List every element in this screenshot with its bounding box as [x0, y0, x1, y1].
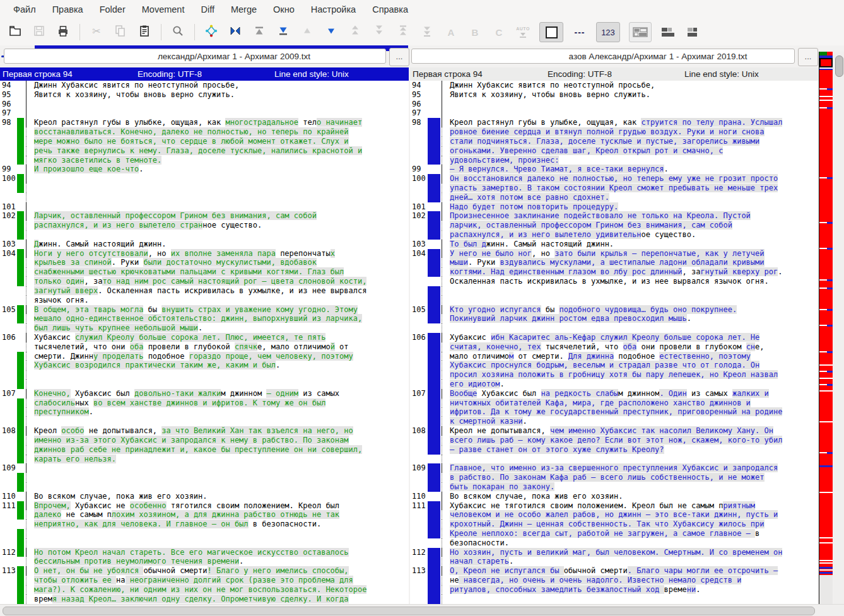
diff-row[interactable]: крохотный. Джинн — ценная собственность.… — [410, 520, 818, 529]
diff-row[interactable]: ровное биение сердца и втянул полной гру… — [410, 127, 818, 137]
diff-row[interactable]: огоньками. Уверенно сделав шаг, Креол от… — [410, 146, 818, 156]
right-text-pane[interactable]: 94Джинн Хубаксис явится по неотступной п… — [410, 81, 818, 604]
diff-row[interactable]: 100 — [0, 174, 409, 183]
previous-difference-button[interactable] — [300, 24, 315, 40]
diff-row[interactable]: мало отличимом от смерти. Для джинна под… — [410, 352, 818, 361]
diff-row[interactable]: Покинувший ларчик джинн ростом едва прев… — [410, 314, 818, 323]
diff-row[interactable]: мере можно было не бояться, что сердце в… — [0, 137, 409, 146]
diff-row[interactable]: 107Конечно, Хубаксис был довольно-таки ж… — [0, 389, 409, 398]
diff-row[interactable] — [0, 183, 409, 193]
diff-row[interactable]: к смертной казни. — [410, 417, 818, 426]
auto-button[interactable]: AUTO — [515, 24, 530, 40]
diff-row[interactable]: 111Хубаксис не тяготился своим положение… — [410, 501, 818, 511]
layout-2-button[interactable] — [660, 24, 676, 40]
ignore-blanks-button[interactable]: --- — [572, 24, 587, 40]
diff-row[interactable] — [0, 482, 409, 492]
diff-row[interactable]: распахнулся, и из него вылетело странное… — [0, 221, 409, 230]
paste-button[interactable] — [137, 24, 152, 40]
auto-merge-button[interactable] — [228, 24, 243, 40]
diff-row[interactable]: 111Впрочем, Хубаксис не особенно тяготил… — [0, 501, 409, 511]
diff-row[interactable]: удовольствием, произнес: — [410, 156, 818, 165]
diff-row[interactable]: безопасности. — [410, 538, 818, 548]
last-difference-button[interactable] — [276, 24, 291, 40]
diff-row[interactable]: 113О, Креол не испугался бы обычной смер… — [410, 566, 818, 576]
vertical-scrollbar[interactable] — [833, 52, 844, 604]
diff-row[interactable]: ларчик, оставленный профессором Грином б… — [410, 221, 818, 230]
layout-1-button[interactable] — [629, 22, 652, 42]
horizontal-scrollbar-thumb[interactable] — [3, 607, 815, 615]
diff-row[interactable] — [0, 417, 409, 426]
diff-row[interactable] — [0, 370, 409, 380]
diff-row[interactable]: 95Явится к хозяину, чтобы вновь верно сл… — [410, 90, 818, 100]
menu-item-3[interactable]: Folder — [93, 2, 132, 17]
diff-row[interactable]: смерти. Джинну проделать подобное горазд… — [0, 352, 409, 361]
diff-row[interactable]: 96 — [410, 100, 818, 109]
diff-row[interactable] — [410, 595, 818, 604]
diff-row[interactable]: мешало одно-единственное обстоятельство:… — [0, 314, 409, 323]
menu-item-4[interactable]: Movement — [135, 2, 192, 17]
button-c[interactable]: C — [491, 24, 507, 40]
diff-row[interactable] — [0, 380, 409, 389]
diff-row[interactable]: стали подчиняться. Глаза, доселе тусклые… — [410, 137, 818, 146]
diff-row[interactable]: не навсегда, но очень и очень надолго. И… — [410, 576, 818, 585]
diff-row[interactable]: далеко не самым плохим хозяином, а для д… — [0, 510, 409, 520]
diff-row[interactable]: восстанавливаться. Конечно, далеко не по… — [0, 127, 409, 137]
diff-row[interactable]: неприятно, как для человека. И главное —… — [0, 520, 409, 529]
diff-row[interactable] — [410, 296, 818, 305]
diff-row[interactable]: тысячелетий, что они оба провели в глубо… — [0, 342, 409, 352]
diff-row[interactable]: 97 — [410, 108, 818, 118]
diff-row[interactable]: 110Во всяком случае, пока жив его хозяин… — [0, 492, 409, 501]
diff-row[interactable]: распахнулся, и из него вылетело удивител… — [410, 230, 818, 240]
menu-item-5[interactable]: Diff — [194, 2, 221, 17]
diff-row[interactable]: 101 — [0, 202, 409, 212]
line-numbers-toggle[interactable]: 123 — [596, 22, 620, 42]
save-button[interactable] — [32, 24, 47, 40]
diff-row[interactable]: 113О нет, он бы не убоялся обычной смерт… — [0, 566, 409, 576]
diff-row[interactable]: ритуалов, способных замедлить безжалостн… — [410, 585, 818, 595]
diff-row[interactable]: быть покаран по закону. — [410, 482, 818, 492]
diff-row[interactable]: 97 — [0, 108, 409, 118]
diff-row[interactable] — [0, 473, 409, 482]
diff-row[interactable]: Креоле неплохо: всегда сыт, работой не з… — [410, 529, 818, 538]
print-button[interactable] — [56, 24, 71, 40]
realign-button[interactable] — [204, 24, 219, 40]
diff-overview-map[interactable] — [819, 52, 833, 604]
diff-row[interactable]: 109Главное, что именно из-за свершенного… — [410, 463, 818, 473]
diff-row[interactable]: 95Явится к хозяину, чтобы вновь верно сл… — [0, 90, 409, 100]
diff-row[interactable]: слабосильных во всем ханстве джиннов и и… — [0, 398, 409, 408]
diff-row[interactable]: чтобы отложить ее на неограниченно долги… — [0, 576, 409, 585]
button-a[interactable]: A — [443, 24, 459, 40]
shift-down-button[interactable] — [372, 24, 387, 40]
search-button[interactable] — [170, 24, 185, 40]
diff-row[interactable]: 105Кто угодно испугался бы подобного чуд… — [410, 305, 818, 315]
diff-row[interactable]: 102Произнесенное заклинание подействовал… — [410, 211, 818, 221]
diff-row[interactable]: 98Креол растянул губы в улыбке, ощущая, … — [410, 118, 818, 127]
diff-row[interactable]: 106Хубаксис ибн Касаритес аль-Кефар служ… — [410, 333, 818, 342]
copy-button[interactable] — [113, 24, 128, 40]
diff-row[interactable]: 112Но хозяин, пусть и великий маг, был ч… — [410, 548, 818, 557]
diff-row[interactable]: карать его нельзя. — [0, 455, 409, 464]
diff-row[interactable]: 94Джинн Хубаксис явится по неотступной п… — [410, 81, 818, 90]
menu-item-9[interactable]: Справка — [365, 2, 415, 17]
diff-row[interactable]: 112Но потом Креол начал стареть. Все его… — [0, 548, 409, 557]
diff-row[interactable]: 104Ноги у него отсутствовали, но их впол… — [0, 249, 409, 259]
diff-row[interactable]: человеком и не особо жалел рабов, но джи… — [410, 510, 818, 520]
diff-row[interactable]: именно из-за этого Хубаксис и запродался… — [0, 436, 409, 445]
diff-row[interactable]: упасть замертво. В таком состоянии Креол… — [410, 183, 818, 193]
diff-row[interactable]: 99И произошло еще кое-что. — [0, 165, 409, 174]
diff-row[interactable]: начал стареть. — [410, 557, 818, 566]
diff-row[interactable]: 99— Я вернулся. Чрево Тиамат, я все-таки… — [410, 165, 818, 174]
left-browse-button[interactable]: ... — [389, 48, 409, 66]
diff-row[interactable]: 106Хубаксис служил Креолу больше сорока … — [0, 333, 409, 342]
diff-row[interactable]: просил хозяина положить в гробницу хотя … — [410, 370, 818, 380]
diff-row[interactable]: 96 — [0, 100, 409, 109]
right-file-path-input[interactable] — [411, 49, 795, 64]
diff-row[interactable]: 110Во всяком случае, пока жив его хозяин… — [410, 492, 818, 501]
diff-row[interactable]: его идиотом. — [410, 380, 818, 389]
diff-row[interactable]: крыльев за спиной. Руки были достаточно … — [0, 258, 409, 267]
diff-row[interactable]: бессильным против неумолимого течения вр… — [0, 557, 409, 566]
first-difference-button[interactable] — [252, 24, 267, 40]
diff-row[interactable]: язычок огня. — [0, 296, 409, 305]
diff-row[interactable]: джиннов раб себе не принадлежит и, какое… — [0, 445, 409, 455]
diff-row[interactable]: 100Он восстановился далеко не полностью,… — [410, 174, 818, 183]
